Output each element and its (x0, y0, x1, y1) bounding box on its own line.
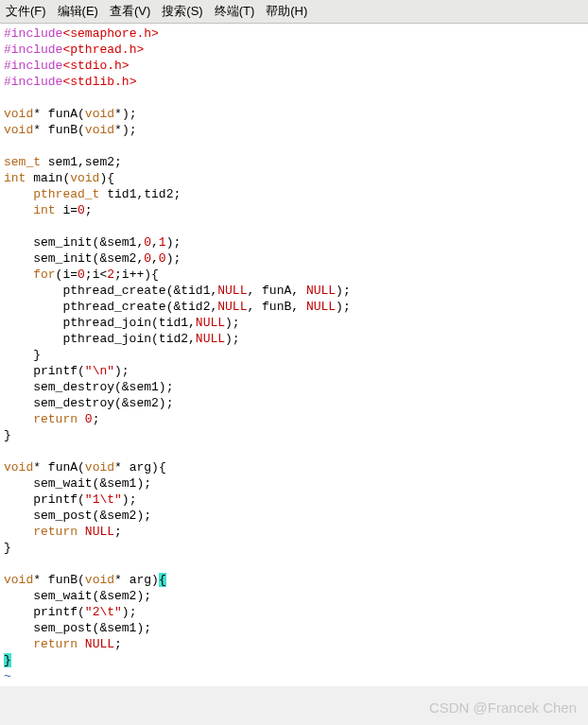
line: #include<pthread.h> (4, 43, 144, 57)
line: #include<stdio.h> (4, 59, 130, 73)
menu-edit[interactable]: 编辑(E) (58, 3, 98, 20)
line: } (4, 348, 41, 362)
line: sem_destroy(&sem2); (4, 396, 173, 410)
line: } (4, 653, 11, 667)
line: pthread_create(&tid1,NULL, funA, NULL); (4, 284, 351, 298)
line: for(i=0;i<2;i++){ (4, 268, 159, 282)
line: sem_init(&sem2,0,0); (4, 251, 181, 266)
menu-bar: 文件(F) 编辑(E) 查看(V) 搜索(S) 终端(T) 帮助(H) (0, 0, 588, 24)
line: pthread_create(&tid2,NULL, funB, NULL); (4, 300, 351, 314)
line: int i=0; (4, 203, 93, 217)
line: sem_post(&sem1); (4, 621, 151, 635)
line: printf("\n"); (4, 364, 130, 378)
line: pthread_join(tid1,NULL); (4, 316, 240, 330)
line: printf("2\t"); (4, 605, 136, 619)
code-editor[interactable]: #include<semaphore.h> #include<pthread.h… (0, 24, 588, 686)
line: #include<semaphore.h> (4, 26, 159, 41)
menu-help[interactable]: 帮助(H) (266, 3, 307, 20)
blank-line (4, 91, 11, 105)
menu-file[interactable]: 文件(F) (6, 3, 46, 20)
cursor-position: } (4, 653, 11, 667)
empty-line-tilde: ~ (4, 669, 11, 683)
blank-line (4, 139, 11, 153)
blank-line (4, 444, 11, 458)
matching-brace-highlight: { (159, 573, 166, 587)
line: printf("1\t"); (4, 492, 136, 507)
line: } (4, 428, 11, 442)
line: return NULL; (4, 525, 122, 539)
line: sem_t sem1,sem2; (4, 155, 122, 169)
blank-line (4, 557, 11, 571)
line: sem_init(&sem1,0,1); (4, 235, 181, 250)
line: void* funA(void* arg){ (4, 460, 166, 475)
watermark: CSDN @Francek Chen (429, 699, 577, 716)
menu-view[interactable]: 查看(V) (110, 3, 150, 20)
line: void* funA(void*); (4, 107, 136, 121)
line: sem_destroy(&sem1); (4, 380, 173, 394)
menu-search[interactable]: 搜索(S) (162, 3, 202, 20)
line: return NULL; (4, 637, 122, 651)
line: pthread_join(tid2,NULL); (4, 332, 240, 346)
line: void* funB(void* arg){ (4, 573, 166, 587)
line: return 0; (4, 412, 99, 426)
line: sem_wait(&sem2); (4, 589, 151, 603)
line: pthread_t tid1,tid2; (4, 187, 181, 201)
menu-terminal[interactable]: 终端(T) (215, 3, 255, 20)
line: void* funB(void*); (4, 123, 136, 137)
blank-line (4, 219, 11, 233)
line: int main(void){ (4, 171, 114, 185)
line: sem_post(&sem2); (4, 509, 151, 523)
line: sem_wait(&sem1); (4, 476, 151, 491)
line: } (4, 541, 11, 555)
line: #include<stdlib.h> (4, 75, 136, 89)
